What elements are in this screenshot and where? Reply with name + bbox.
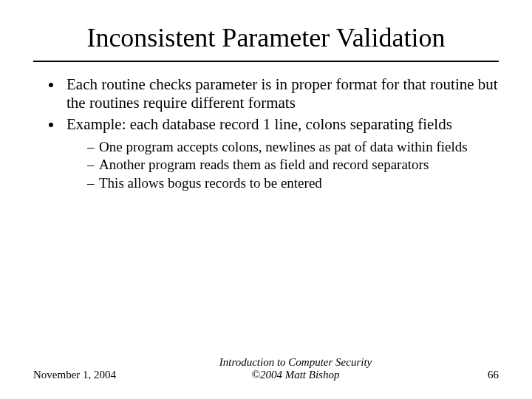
footer-page-number: 66: [454, 369, 499, 381]
footer-date: November 1, 2004: [33, 369, 137, 381]
footer-center: Introduction to Computer Security ©2004 …: [137, 356, 454, 381]
sub-bullet-item: One program accepts colons, newlines as …: [87, 139, 499, 156]
footer-copyright: ©2004 Matt Bishop: [137, 369, 454, 381]
slide-title: Inconsistent Parameter Validation: [33, 22, 499, 53]
slide: Inconsistent Parameter Validation Each r…: [0, 0, 532, 399]
bullet-text: Example: each database record 1 line, co…: [66, 115, 452, 133]
sub-bullet-item: This allows bogus records to be entered: [87, 175, 499, 192]
bullet-item: Example: each database record 1 line, co…: [63, 115, 499, 192]
footer: November 1, 2004 Introduction to Compute…: [33, 356, 499, 381]
sub-bullet-item: Another program reads them as field and …: [87, 157, 499, 174]
sub-bullet-list: One program accepts colons, newlines as …: [66, 139, 499, 192]
bullet-list: Each routine checks parameter is in prop…: [33, 75, 499, 192]
bullet-item: Each routine checks parameter is in prop…: [63, 75, 499, 112]
footer-title: Introduction to Computer Security: [137, 356, 454, 369]
title-rule: [33, 61, 499, 62]
